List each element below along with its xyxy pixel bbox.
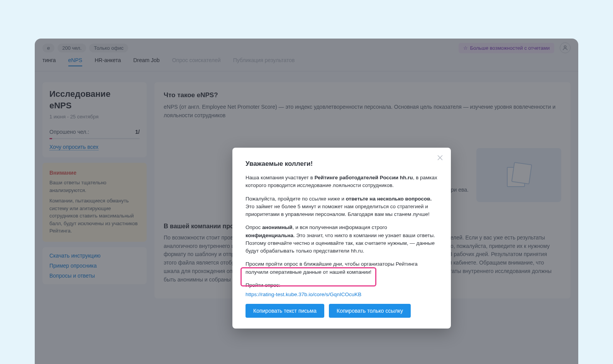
copy-text-button[interactable]: Копировать текст письма: [246, 304, 324, 318]
modal-dialog: Уважаемые коллеги! Наша компания участву…: [232, 148, 451, 329]
survey-link[interactable]: https://rating-test.kube.37b.io/core/s/G…: [246, 292, 361, 297]
copy-link-button[interactable]: Копировать только ссылку: [329, 304, 411, 318]
modal-buttons: Копировать текст письма Копировать тольк…: [246, 304, 438, 318]
modal-p4: Просим пройти опрос в ближайшие дни, что…: [246, 260, 438, 276]
modal-p1: Наша компания участвует в Рейтинге работ…: [246, 174, 438, 190]
modal-p3: Опрос анонимный, и вся полученная информ…: [246, 224, 438, 255]
modal-p5: Пройти опрос:: [246, 281, 438, 289]
app-viewport: е 200 чел. Только офис ☆ Больше возможно…: [35, 39, 578, 364]
modal-p2: Пожалуйста, пройдите по ссылке ниже и от…: [246, 195, 438, 219]
close-icon[interactable]: [435, 153, 445, 162]
modal-title: Уважаемые коллеги!: [246, 160, 438, 168]
